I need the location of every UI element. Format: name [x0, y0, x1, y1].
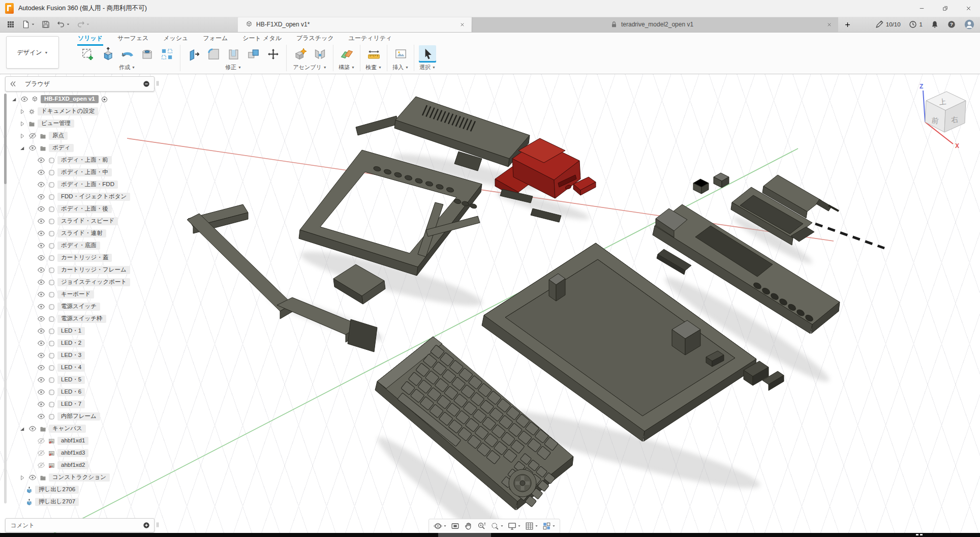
combine-button[interactable] [244, 45, 262, 63]
visibility-eye-icon[interactable] [37, 400, 46, 409]
tree-item-label[interactable]: 電源スイッチ [57, 303, 100, 311]
close-button[interactable] [957, 0, 980, 16]
look-at-button[interactable] [449, 520, 462, 532]
joint-button[interactable] [311, 45, 328, 63]
fit-button[interactable] [488, 520, 505, 532]
display-settings-button[interactable] [506, 520, 523, 532]
ribbon-group-dropdown[interactable]: 構築▼ [339, 64, 355, 71]
tree-item-label[interactable]: LED・4 [57, 364, 85, 372]
file-button[interactable] [19, 18, 37, 31]
fillet-button[interactable] [205, 45, 222, 63]
visibility-eye-icon[interactable] [28, 143, 37, 153]
tree-item-label[interactable]: コンストラクション [49, 473, 110, 482]
tree-item-label[interactable]: LED・7 [57, 400, 85, 409]
comments-panel[interactable]: コメント [5, 518, 155, 532]
ribbon-tab-6[interactable]: プラスチック [296, 33, 334, 44]
close-tab-button[interactable] [825, 20, 833, 28]
viewport[interactable] [0, 74, 980, 533]
panel-grip-handle[interactable] [154, 79, 161, 87]
expand-arrow-icon[interactable] [18, 120, 26, 128]
visibility-eye-off-icon[interactable] [37, 436, 46, 445]
tree-item-label[interactable]: ビュー管理 [38, 120, 74, 128]
tree-item-label[interactable]: キャンバス [49, 425, 86, 433]
visibility-eye-icon[interactable] [37, 265, 46, 275]
visibility-eye-icon[interactable] [20, 95, 29, 104]
measure-button[interactable] [365, 45, 382, 63]
visibility-eye-icon[interactable] [37, 326, 46, 336]
tree-item-label[interactable]: LED・3 [57, 351, 85, 360]
part-power-switch[interactable] [693, 173, 729, 194]
expand-arrow-icon[interactable] [18, 108, 26, 115]
browser-panel-header[interactable]: ブラウザ [5, 76, 155, 92]
collapse-panel-icon[interactable] [9, 80, 17, 88]
ribbon-tab-5[interactable]: シート メタル [242, 33, 282, 44]
tree-item-label[interactable]: スライド・連射 [57, 229, 106, 238]
ribbon-tab-7[interactable]: ユーティリティ [348, 33, 393, 44]
visibility-eye-icon[interactable] [37, 278, 46, 287]
revolve-button[interactable] [118, 45, 136, 63]
workspace-selector[interactable]: デザイン ▼ [6, 36, 59, 69]
browser-scrollbar-thumb[interactable] [4, 94, 7, 184]
document-tab-active[interactable]: HB-F1XD_open v1* [238, 17, 471, 32]
document-tab-inactive[interactable]: teradrive_model2_open v1 [472, 17, 838, 32]
tree-item-label[interactable]: ahbf1xd1 [57, 437, 88, 445]
visibility-eye-off-icon[interactable] [37, 461, 46, 470]
tree-item-label[interactable]: 電源スイッチ枠 [57, 315, 106, 323]
tree-item-label[interactable]: スライド・スピード [57, 217, 118, 226]
tree-item-label[interactable]: カートリッジ・蓋 [57, 254, 112, 262]
extrude-button[interactable] [99, 45, 116, 63]
ribbon-group-dropdown[interactable]: 検査▼ [365, 64, 382, 71]
visibility-eye-icon[interactable] [37, 253, 46, 262]
view-cube[interactable]: Z X 上 前 右 [912, 76, 978, 150]
collapse-arrow-icon[interactable] [10, 96, 18, 103]
expand-arrow-icon[interactable] [18, 474, 26, 482]
tree-item-label[interactable]: ボディ・上面・FDD [57, 181, 118, 189]
visibility-eye-icon[interactable] [37, 156, 46, 165]
redo-button[interactable] [74, 18, 92, 31]
ribbon-group-dropdown[interactable]: 挿入▼ [392, 64, 409, 71]
add-comment-icon[interactable] [142, 521, 150, 529]
job-status[interactable]: 1 [908, 20, 923, 29]
ribbon-group-dropdown[interactable]: 作成▼ [119, 64, 135, 71]
viewcube-right-face[interactable]: 右 [951, 115, 959, 124]
tree-item-label[interactable]: ahbf1xd3 [57, 449, 88, 458]
save-button[interactable] [39, 18, 52, 31]
ribbon-group-dropdown[interactable]: 修正▼ [225, 64, 241, 71]
ribbon-tab-1[interactable]: ソリッド [77, 33, 103, 46]
visibility-eye-icon[interactable] [37, 302, 46, 311]
move-button[interactable] [264, 45, 282, 63]
viewports-button[interactable] [540, 520, 557, 532]
shell-button[interactable] [225, 45, 242, 63]
collapse-arrow-icon[interactable] [18, 425, 26, 433]
visibility-eye-icon[interactable] [37, 412, 46, 421]
press-pull-button[interactable] [185, 45, 202, 63]
new-tab-button[interactable] [841, 18, 853, 31]
select-button[interactable] [419, 45, 436, 63]
ribbon-group-dropdown[interactable]: アセンブリ▼ [293, 64, 326, 71]
visibility-eye-icon[interactable] [37, 168, 46, 177]
pattern-button[interactable] [158, 45, 175, 63]
visibility-eye-icon[interactable] [37, 375, 46, 384]
restore-button[interactable] [933, 0, 957, 16]
version-status[interactable]: 10/10 [875, 20, 901, 29]
grid-layout-button[interactable] [523, 520, 540, 532]
tree-item-label[interactable]: ahbf1xd2 [57, 461, 88, 470]
tree-item-label[interactable]: ボディ・上面・後 [57, 205, 112, 214]
hide-panel-icon[interactable] [142, 80, 150, 88]
insert-canvas-button[interactable] [392, 45, 409, 63]
new-component-button[interactable] [291, 45, 309, 63]
notifications-button[interactable] [930, 20, 939, 29]
tree-item-label[interactable]: ドキュメントの設定 [38, 107, 98, 116]
visibility-eye-icon[interactable] [37, 314, 46, 323]
tree-item-label[interactable]: カートリッジ・フレーム [57, 266, 130, 275]
tree-item-label[interactable]: HB-F1XD_open v1 [41, 95, 99, 104]
activate-component-radio[interactable] [101, 96, 108, 103]
sketch-button[interactable] [79, 45, 96, 63]
construction-plane-button[interactable] [338, 45, 355, 63]
tree-item-label[interactable]: ジョイスティックポート [57, 278, 130, 287]
visibility-eye-icon[interactable] [37, 192, 46, 201]
ribbon-tab-4[interactable]: フォーム [202, 33, 228, 44]
tree-item-label[interactable]: FDD・イジェクトボタン [57, 193, 130, 201]
zoom-button[interactable] [475, 520, 488, 532]
app-grid-button[interactable] [4, 18, 17, 31]
